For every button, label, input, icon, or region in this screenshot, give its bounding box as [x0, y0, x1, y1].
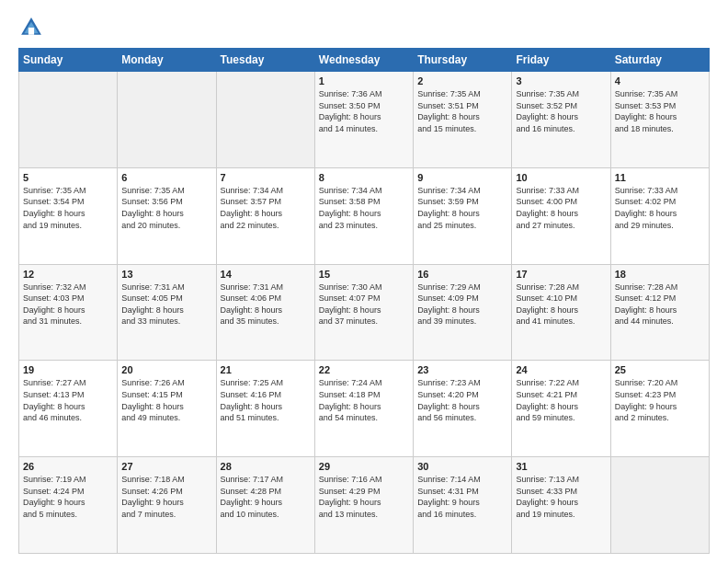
day-cell — [19, 72, 118, 168]
header — [18, 15, 710, 40]
day-info: Sunrise: 7:28 AM Sunset: 4:10 PM Dayligh… — [516, 282, 606, 327]
day-cell — [610, 457, 709, 554]
day-number: 16 — [417, 269, 507, 280]
day-cell — [118, 72, 216, 168]
day-cell — [216, 72, 314, 168]
weekday-header-wednesday: Wednesday — [314, 49, 413, 72]
day-info: Sunrise: 7:35 AM Sunset: 3:52 PM Dayligh… — [516, 88, 606, 134]
day-cell: 12Sunrise: 7:32 AM Sunset: 4:03 PM Dayli… — [19, 264, 118, 361]
logo-icon — [18, 15, 44, 40]
day-info: Sunrise: 7:17 AM Sunset: 4:28 PM Dayligh… — [221, 474, 311, 520]
week-row-2: 5Sunrise: 7:35 AM Sunset: 3:54 PM Daylig… — [19, 167, 710, 264]
day-number: 4 — [615, 75, 705, 86]
day-info: Sunrise: 7:29 AM Sunset: 4:09 PM Dayligh… — [417, 282, 507, 327]
day-number: 19 — [23, 364, 113, 375]
day-cell: 8Sunrise: 7:34 AM Sunset: 3:58 PM Daylig… — [314, 167, 413, 264]
day-cell: 2Sunrise: 7:35 AM Sunset: 3:51 PM Daylig… — [414, 72, 512, 168]
day-number: 9 — [417, 172, 507, 183]
day-info: Sunrise: 7:35 AM Sunset: 3:54 PM Dayligh… — [23, 185, 113, 231]
day-info: Sunrise: 7:31 AM Sunset: 4:06 PM Dayligh… — [221, 282, 311, 327]
day-cell: 3Sunrise: 7:35 AM Sunset: 3:52 PM Daylig… — [512, 72, 610, 168]
day-number: 10 — [516, 172, 606, 183]
day-cell: 6Sunrise: 7:35 AM Sunset: 3:56 PM Daylig… — [118, 167, 216, 264]
day-number: 12 — [23, 269, 113, 280]
weekday-header-sunday: Sunday — [19, 49, 118, 72]
day-number: 2 — [417, 75, 507, 86]
day-number: 18 — [615, 269, 705, 280]
day-number: 7 — [221, 172, 311, 183]
day-cell: 14Sunrise: 7:31 AM Sunset: 4:06 PM Dayli… — [216, 264, 314, 361]
weekday-header-friday: Friday — [512, 49, 610, 72]
svg-rect-2 — [28, 28, 34, 35]
day-cell: 24Sunrise: 7:22 AM Sunset: 4:21 PM Dayli… — [512, 361, 610, 457]
day-number: 29 — [319, 461, 409, 472]
day-info: Sunrise: 7:16 AM Sunset: 4:29 PM Dayligh… — [319, 474, 409, 520]
day-number: 21 — [221, 364, 311, 375]
weekday-header-saturday: Saturday — [610, 49, 709, 72]
logo — [18, 15, 48, 40]
day-info: Sunrise: 7:35 AM Sunset: 3:53 PM Dayligh… — [615, 88, 705, 134]
day-cell: 18Sunrise: 7:28 AM Sunset: 4:12 PM Dayli… — [610, 264, 709, 361]
day-cell: 29Sunrise: 7:16 AM Sunset: 4:29 PM Dayli… — [314, 457, 413, 554]
weekday-header-monday: Monday — [118, 49, 216, 72]
day-cell: 22Sunrise: 7:24 AM Sunset: 4:18 PM Dayli… — [314, 361, 413, 457]
day-cell: 15Sunrise: 7:30 AM Sunset: 4:07 PM Dayli… — [314, 264, 413, 361]
day-info: Sunrise: 7:36 AM Sunset: 3:50 PM Dayligh… — [319, 88, 409, 134]
day-info: Sunrise: 7:33 AM Sunset: 4:02 PM Dayligh… — [615, 185, 705, 231]
day-info: Sunrise: 7:20 AM Sunset: 4:23 PM Dayligh… — [615, 377, 705, 423]
day-cell: 5Sunrise: 7:35 AM Sunset: 3:54 PM Daylig… — [19, 167, 118, 264]
day-cell: 7Sunrise: 7:34 AM Sunset: 3:57 PM Daylig… — [216, 167, 314, 264]
day-number: 15 — [319, 269, 409, 280]
week-row-4: 19Sunrise: 7:27 AM Sunset: 4:13 PM Dayli… — [19, 361, 710, 457]
day-number: 8 — [319, 172, 409, 183]
day-cell: 30Sunrise: 7:14 AM Sunset: 4:31 PM Dayli… — [414, 457, 512, 554]
day-cell: 17Sunrise: 7:28 AM Sunset: 4:10 PM Dayli… — [512, 264, 610, 361]
day-number: 13 — [121, 269, 211, 280]
day-number: 11 — [615, 172, 705, 183]
day-info: Sunrise: 7:33 AM Sunset: 4:00 PM Dayligh… — [516, 185, 606, 231]
day-info: Sunrise: 7:26 AM Sunset: 4:15 PM Dayligh… — [121, 377, 211, 423]
day-cell: 9Sunrise: 7:34 AM Sunset: 3:59 PM Daylig… — [414, 167, 512, 264]
day-cell: 19Sunrise: 7:27 AM Sunset: 4:13 PM Dayli… — [19, 361, 118, 457]
day-cell: 28Sunrise: 7:17 AM Sunset: 4:28 PM Dayli… — [216, 457, 314, 554]
day-number: 23 — [417, 364, 507, 375]
day-number: 27 — [121, 461, 211, 472]
day-info: Sunrise: 7:30 AM Sunset: 4:07 PM Dayligh… — [319, 282, 409, 327]
day-info: Sunrise: 7:34 AM Sunset: 3:58 PM Dayligh… — [319, 185, 409, 231]
day-cell: 10Sunrise: 7:33 AM Sunset: 4:00 PM Dayli… — [512, 167, 610, 264]
day-cell: 31Sunrise: 7:13 AM Sunset: 4:33 PM Dayli… — [512, 457, 610, 554]
week-row-5: 26Sunrise: 7:19 AM Sunset: 4:24 PM Dayli… — [19, 457, 710, 554]
day-number: 14 — [221, 269, 311, 280]
day-info: Sunrise: 7:34 AM Sunset: 3:59 PM Dayligh… — [417, 185, 507, 231]
day-info: Sunrise: 7:27 AM Sunset: 4:13 PM Dayligh… — [23, 377, 113, 423]
day-info: Sunrise: 7:23 AM Sunset: 4:20 PM Dayligh… — [417, 377, 507, 423]
day-cell: 16Sunrise: 7:29 AM Sunset: 4:09 PM Dayli… — [414, 264, 512, 361]
weekday-header-tuesday: Tuesday — [216, 49, 314, 72]
day-info: Sunrise: 7:28 AM Sunset: 4:12 PM Dayligh… — [615, 282, 705, 327]
day-number: 31 — [516, 461, 606, 472]
day-info: Sunrise: 7:35 AM Sunset: 3:56 PM Dayligh… — [121, 185, 211, 231]
day-number: 24 — [516, 364, 606, 375]
day-number: 22 — [319, 364, 409, 375]
day-cell: 11Sunrise: 7:33 AM Sunset: 4:02 PM Dayli… — [610, 167, 709, 264]
day-cell: 13Sunrise: 7:31 AM Sunset: 4:05 PM Dayli… — [118, 264, 216, 361]
day-number: 30 — [417, 461, 507, 472]
day-info: Sunrise: 7:25 AM Sunset: 4:16 PM Dayligh… — [221, 377, 311, 423]
day-cell: 25Sunrise: 7:20 AM Sunset: 4:23 PM Dayli… — [610, 361, 709, 457]
day-number: 1 — [319, 75, 409, 86]
day-cell: 23Sunrise: 7:23 AM Sunset: 4:20 PM Dayli… — [414, 361, 512, 457]
day-info: Sunrise: 7:24 AM Sunset: 4:18 PM Dayligh… — [319, 377, 409, 423]
day-number: 26 — [23, 461, 113, 472]
day-number: 20 — [121, 364, 211, 375]
week-row-3: 12Sunrise: 7:32 AM Sunset: 4:03 PM Dayli… — [19, 264, 710, 361]
day-info: Sunrise: 7:34 AM Sunset: 3:57 PM Dayligh… — [221, 185, 311, 231]
week-row-1: 1Sunrise: 7:36 AM Sunset: 3:50 PM Daylig… — [19, 72, 710, 168]
day-number: 5 — [23, 172, 113, 183]
day-cell: 27Sunrise: 7:18 AM Sunset: 4:26 PM Dayli… — [118, 457, 216, 554]
day-info: Sunrise: 7:19 AM Sunset: 4:24 PM Dayligh… — [23, 474, 113, 520]
day-number: 3 — [516, 75, 606, 86]
day-cell: 26Sunrise: 7:19 AM Sunset: 4:24 PM Dayli… — [19, 457, 118, 554]
day-info: Sunrise: 7:22 AM Sunset: 4:21 PM Dayligh… — [516, 377, 606, 423]
day-info: Sunrise: 7:31 AM Sunset: 4:05 PM Dayligh… — [121, 282, 211, 327]
page: SundayMondayTuesdayWednesdayThursdayFrid… — [0, 0, 728, 563]
